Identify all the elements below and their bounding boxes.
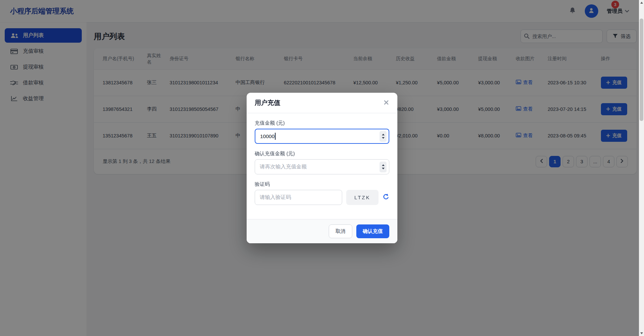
- captcha-row: 请输入验证码 LTZK: [255, 190, 389, 205]
- scroll-down-icon: [640, 332, 643, 334]
- number-spinner[interactable]: [380, 131, 387, 142]
- scrollbar: [639, 0, 644, 336]
- spinner-up-icon: [382, 164, 385, 166]
- recharge-modal: 用户充值 充值金额 (元) 10000: [247, 93, 397, 243]
- amount-input-wrap: 10000: [255, 129, 389, 144]
- confirm-amount-placeholder: 请再次输入充值金额: [260, 163, 307, 170]
- captcha-label: 验证码: [255, 181, 389, 187]
- confirm-amount-group: 确认充值金额 (元) 请再次输入充值金额: [255, 151, 389, 174]
- modal-footer: 取消 确认充值: [247, 219, 397, 243]
- amount-group: 充值金额 (元) 10000: [255, 120, 389, 144]
- scroll-up-button[interactable]: [639, 0, 644, 5]
- modal-title: 用户充值: [255, 98, 280, 107]
- number-spinner[interactable]: [380, 162, 387, 172]
- scroll-up-icon: [640, 2, 643, 4]
- close-icon: [384, 100, 389, 106]
- spinner-down-icon: [382, 137, 385, 139]
- captcha-placeholder: 请输入验证码: [260, 194, 291, 201]
- spinner-down-icon: [382, 168, 385, 169]
- spinner-up-icon: [382, 134, 385, 135]
- scroll-down-button[interactable]: [639, 331, 644, 336]
- captcha-group: 验证码 请输入验证码 LTZK: [255, 181, 389, 205]
- amount-input[interactable]: 10000: [255, 129, 389, 144]
- close-button[interactable]: [383, 99, 389, 107]
- amount-value: 10000: [260, 133, 275, 139]
- confirm-recharge-button[interactable]: 确认充值: [356, 224, 389, 238]
- modal-layer: 用户充值 充值金额 (元) 10000: [0, 0, 644, 336]
- refresh-icon: [383, 194, 389, 201]
- captcha-input[interactable]: 请输入验证码: [255, 190, 342, 205]
- text-caret: [275, 133, 276, 140]
- modal-header: 用户充值: [247, 93, 397, 113]
- refresh-captcha-button[interactable]: [383, 194, 389, 201]
- amount-label: 充值金额 (元): [255, 120, 389, 126]
- confirm-amount-label: 确认充值金额 (元): [255, 151, 389, 157]
- confirm-amount-input[interactable]: 请再次输入充值金额: [255, 159, 389, 174]
- confirm-amount-input-wrap: 请再次输入充值金额: [255, 159, 389, 174]
- cancel-button[interactable]: 取消: [329, 224, 352, 238]
- scrollbar-thumb[interactable]: [640, 18, 643, 121]
- captcha-code: LTZK: [346, 190, 379, 205]
- modal-body: 充值金额 (元) 10000 确认充值金额 (元) 请再次输入充值金额: [247, 113, 397, 213]
